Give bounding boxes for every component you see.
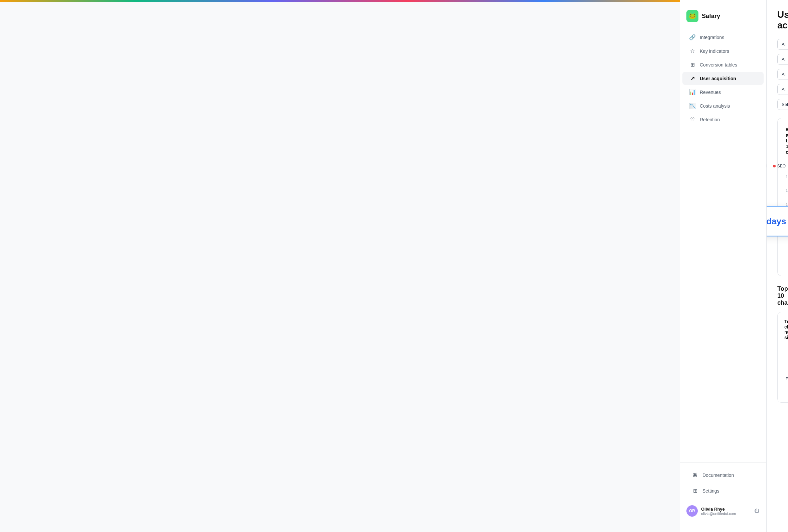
sidebar-item-documentation[interactable]: ⌘ Documentation	[685, 469, 761, 481]
h-bar-row: Google Ads	[784, 386, 788, 392]
sidebar-item-user-acquisition[interactable]: ↗ User acquisition	[683, 72, 764, 85]
h-bar-label: Facebook Ads	[784, 377, 788, 381]
filter-date[interactable]: Select date ▾	[777, 99, 788, 110]
sidebar-item-conversion-tables[interactable]: ⊞ Conversion tables	[683, 58, 764, 71]
user-area: OR Olivia Rhye olivia@untitledui.com ⏻	[683, 502, 764, 520]
doc-settings-group: ⌘ Documentation ⊞ Settings	[683, 468, 764, 498]
filter-label-date: Select date	[782, 102, 788, 107]
chart-title: Wallets acquired by top 10 channels	[786, 126, 788, 155]
legend-dot-seo	[773, 165, 776, 168]
filter-label-customers: All customers	[782, 72, 788, 77]
sidebar-label-key-indicators: Key indicators	[700, 48, 729, 54]
user-name: Olivia Rhye	[701, 507, 751, 512]
sidebar-label-costs-analysis: Costs analysis	[700, 103, 730, 109]
legend-social: Social	[767, 164, 768, 169]
filter-digital-assets[interactable]: All digital assets ▾	[777, 39, 788, 50]
sidebar-bottom: ⌘ Documentation ⊞ Settings OR Olivia Rhy…	[680, 462, 766, 525]
retention-icon: ♡	[689, 116, 696, 123]
user-acquisition-icon: ↗	[689, 75, 696, 81]
h-bar-row: Slise	[784, 366, 788, 372]
wallets-chart-card: Wallets acquired by top 10 channels Mont…	[777, 118, 788, 276]
trial-text[interactable]: Get 14 days free trial →	[767, 216, 788, 226]
user-email: olivia@untitledui.com	[701, 512, 751, 516]
h-bar-label: Google Ads	[784, 387, 788, 391]
sidebar-item-settings[interactable]: ⊞ Settings	[685, 484, 761, 497]
nav-section: 🔗 Integrations ☆ Key indicators ⊞ Conver…	[680, 30, 766, 462]
filter-channels[interactable]: All channels ▾	[777, 84, 788, 95]
filter-label-channels: All channels	[782, 87, 788, 92]
legend-seo: SEO	[773, 164, 786, 169]
sidebar-label-conversion-tables: Conversion tables	[700, 62, 737, 67]
h-bar-label: Hypelab	[784, 357, 788, 361]
sidebar-item-integrations[interactable]: 🔗 Integrations	[683, 31, 764, 44]
user-info: Olivia Rhye olivia@untitledui.com	[701, 507, 751, 516]
conversion-tables-icon: ⊞	[689, 61, 696, 68]
legend-label-social: Social	[767, 164, 768, 169]
h-bar-row: Facebook Ads	[784, 376, 788, 382]
avatar: OR	[686, 505, 698, 517]
integrations-icon: 🔗	[689, 34, 696, 40]
filter-customers[interactable]: All customers ▾	[777, 69, 788, 80]
costs-analysis-icon: 📉	[689, 103, 696, 109]
filter-label-digital-assets: All digital assets	[782, 42, 788, 47]
main-content: User acquisition L L L L L + + invite us…	[767, 0, 788, 532]
signups-title: Top 10 channels by number of signups	[784, 319, 788, 340]
settings-icon: ⊞	[692, 488, 698, 494]
h-bar-row: Hypelab	[784, 356, 788, 362]
revenues-icon: 📊	[689, 89, 696, 95]
sidebar-item-key-indicators[interactable]: ☆ Key indicators	[683, 44, 764, 58]
power-icon[interactable]: ⏻	[754, 508, 760, 514]
sidebar-label-user-acquisition: User acquisition	[700, 76, 736, 81]
h-bar-label: Google Ads	[784, 347, 788, 351]
page-title: User acquisition	[777, 9, 788, 31]
sidebar: 🐸 Safary 🔗 Integrations ☆ Key indicators…	[680, 0, 767, 532]
top-decorative-bar	[0, 0, 680, 2]
sidebar-label-retention: Retention	[700, 117, 720, 122]
sidebar-item-costs-analysis[interactable]: 📉 Costs analysis	[683, 99, 764, 112]
logo-area: 🐸 Safary	[680, 7, 766, 30]
logo-icon: 🐸	[686, 10, 698, 22]
sidebar-item-revenues[interactable]: 📊 Revenues	[683, 85, 764, 99]
filter-label-products: All products	[782, 57, 788, 62]
sidebar-label-documentation: Documentation	[703, 473, 734, 478]
horizontal-bars: Google AdsHypelabSliseFacebook AdsGoogle…	[784, 346, 788, 392]
legend-label-seo: SEO	[777, 164, 786, 169]
key-indicators-icon: ☆	[689, 48, 696, 54]
filter-products[interactable]: All products ▾	[777, 54, 788, 65]
h-bar-label: Slise	[784, 367, 788, 371]
sidebar-item-retention[interactable]: ♡ Retention	[683, 113, 764, 126]
signups-card: Top 10 channels by number of signups Goo…	[777, 312, 788, 403]
sidebar-label-revenues: Revenues	[700, 90, 721, 95]
sidebar-label-settings: Settings	[703, 488, 720, 494]
sidebar-label-integrations: Integrations	[700, 35, 724, 40]
h-bar-row: Google Ads	[784, 346, 788, 352]
documentation-icon: ⌘	[692, 472, 698, 478]
app-name: Safary	[702, 13, 720, 20]
trial-overlay[interactable]: Get 14 days free trial →	[767, 206, 788, 237]
